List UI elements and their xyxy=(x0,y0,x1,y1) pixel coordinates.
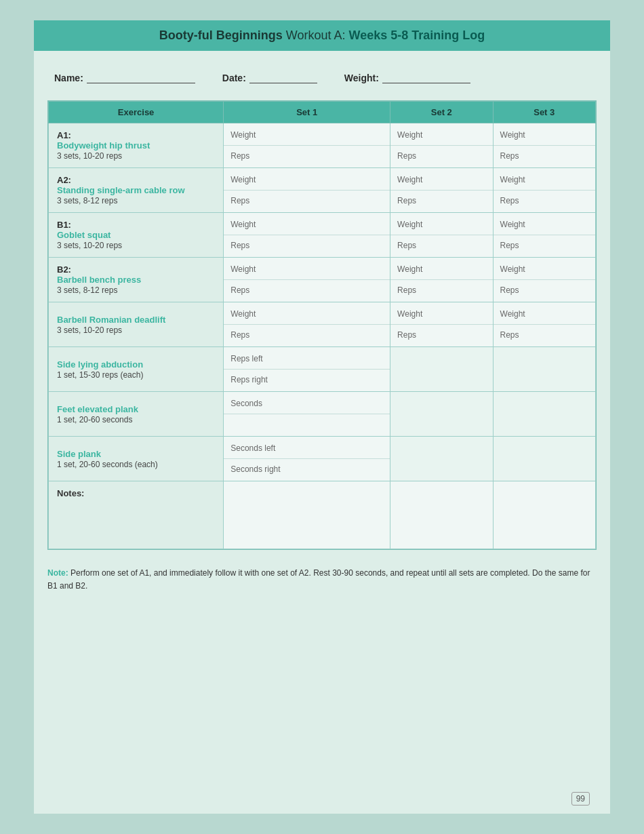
weight-input-line[interactable] xyxy=(382,71,470,83)
exercise-cell-fep: Feet elevated plank 1 set, 20-60 seconds xyxy=(49,392,224,437)
set2-cell-brd: Weight Reps xyxy=(390,302,493,347)
col-header-set3: Set 3 xyxy=(493,102,595,123)
name-input-line[interactable] xyxy=(87,71,195,83)
set2-weight-b1: Weight xyxy=(390,213,492,235)
exercise-detail-brd: 3 sets, 10-20 reps xyxy=(57,325,122,335)
set1-cell-b2: Weight Reps xyxy=(224,258,390,302)
notes-set1[interactable] xyxy=(224,481,390,549)
table-row: Feet elevated plank 1 set, 20-60 seconds… xyxy=(49,392,596,437)
set1-repsright-sla: Reps right xyxy=(224,370,390,391)
set1-cell-fep: Seconds xyxy=(224,392,390,437)
name-field-group: Name: xyxy=(54,71,195,83)
date-input-line[interactable] xyxy=(249,71,317,83)
exercise-cell-sla: Side lying abduction 1 set, 15-30 reps (… xyxy=(49,347,224,392)
exercise-name-sp: Side plank xyxy=(57,449,101,459)
footer-note-text: Perform one set of A1, and immediately f… xyxy=(47,568,590,591)
set1-weight-brd: Weight xyxy=(224,302,390,325)
page-container: Booty-ful Beginnings Workout A: Weeks 5-… xyxy=(34,20,610,814)
exercise-label-a2: A2: xyxy=(57,175,71,185)
workout-table: Exercise Set 1 Set 2 Set 3 A1: Bodyweigh… xyxy=(48,101,596,549)
table-row: B2: Barbell bench press 3 sets, 8-12 rep… xyxy=(49,258,596,302)
table-row: Side lying abduction 1 set, 15-30 reps (… xyxy=(49,347,596,392)
set1-cell-sp: Seconds left Seconds right xyxy=(224,437,390,481)
set1-cell-a2: Weight Reps xyxy=(224,168,390,213)
set1-empty-fep xyxy=(224,414,390,436)
exercise-detail-a2: 3 sets, 8-12 reps xyxy=(57,196,117,205)
set1-weight-b1: Weight xyxy=(224,213,390,235)
fields-row: Name: Date: Weight: xyxy=(34,64,610,94)
notes-label-cell: Notes: xyxy=(49,481,224,549)
notes-label: Notes: xyxy=(57,488,84,498)
set3-reps-a2: Reps xyxy=(494,191,595,212)
set1-weight-a2: Weight xyxy=(224,168,390,191)
table-row-notes: Notes: xyxy=(49,481,596,549)
date-field-group: Date: xyxy=(222,71,317,83)
set2-weight-brd: Weight xyxy=(390,302,492,325)
table-row: A2: Standing single-arm cable row 3 sets… xyxy=(49,168,596,213)
exercise-name-brd: Barbell Romanian deadlift xyxy=(57,315,165,325)
set2-cell-a2: Weight Reps xyxy=(390,168,493,213)
set3-cell-brd: Weight Reps xyxy=(493,302,595,347)
set1-cell-brd: Weight Reps xyxy=(224,302,390,347)
table-row: Barbell Romanian deadlift 3 sets, 10-20 … xyxy=(49,302,596,347)
set2-cell-sla-empty xyxy=(390,347,493,392)
weight-label: Weight: xyxy=(344,73,379,83)
table-row: Side plank 1 set, 20-60 seconds (each) S… xyxy=(49,437,596,481)
set1-reps-brd: Reps xyxy=(224,325,390,346)
set1-weight-b2: Weight xyxy=(224,258,390,280)
exercise-detail-a1: 3 sets, 10-20 reps xyxy=(57,151,122,161)
set3-cell-sp-empty xyxy=(493,437,595,481)
exercise-name-a1: Bodyweight hip thrust xyxy=(57,140,150,151)
exercise-cell-a2: A2: Standing single-arm cable row 3 sets… xyxy=(49,168,224,213)
weight-field-group: Weight: xyxy=(344,71,470,83)
set2-cell-b2: Weight Reps xyxy=(390,258,493,302)
set3-weight-a1: Weight xyxy=(494,123,595,146)
set3-weight-b1: Weight xyxy=(494,213,595,235)
set3-weight-brd: Weight xyxy=(494,302,595,325)
exercise-detail-b1: 3 sets, 10-20 reps xyxy=(57,241,122,250)
set2-cell-a1: Weight Reps xyxy=(390,123,493,168)
exercise-name-a2: Standing single-arm cable row xyxy=(57,185,185,195)
exercise-label-a1: A1: xyxy=(57,130,71,140)
table-row: A1: Bodyweight hip thrust 3 sets, 10-20 … xyxy=(49,123,596,168)
set3-weight-b2: Weight xyxy=(494,258,595,280)
table-header-row: Exercise Set 1 Set 2 Set 3 xyxy=(49,102,596,123)
set3-reps-b1: Reps xyxy=(494,235,595,257)
workout-table-container: Exercise Set 1 Set 2 Set 3 A1: Bodyweigh… xyxy=(47,100,597,550)
set3-reps-brd: Reps xyxy=(494,325,595,346)
set1-reps-a2: Reps xyxy=(224,191,390,212)
exercise-cell-a1: A1: Bodyweight hip thrust 3 sets, 10-20 … xyxy=(49,123,224,168)
set1-cell-a1: Weight Reps xyxy=(224,123,390,168)
set1-reps-b2: Reps xyxy=(224,280,390,302)
set2-cell-b1: Weight Reps xyxy=(390,213,493,258)
set3-weight-a2: Weight xyxy=(494,168,595,191)
set2-weight-a1: Weight xyxy=(390,123,492,146)
date-label: Date: xyxy=(222,73,246,83)
set1-repsleft-sla: Reps left xyxy=(224,347,390,370)
exercise-cell-b2: B2: Barbell bench press 3 sets, 8-12 rep… xyxy=(49,258,224,302)
set1-cell-sla: Reps left Reps right xyxy=(224,347,390,392)
set1-reps-a1: Reps xyxy=(224,146,390,167)
exercise-cell-brd: Barbell Romanian deadlift 3 sets, 10-20 … xyxy=(49,302,224,347)
set1-secsright-sp: Seconds right xyxy=(224,459,390,481)
exercise-name-b2: Barbell bench press xyxy=(57,275,141,285)
notes-set3[interactable] xyxy=(493,481,595,549)
page-number: 99 xyxy=(571,794,590,803)
col-header-set2: Set 2 xyxy=(390,102,493,123)
exercise-detail-sp: 1 set, 20-60 seconds (each) xyxy=(57,460,158,469)
set1-secsleft-sp: Seconds left xyxy=(224,437,390,459)
name-label: Name: xyxy=(54,73,83,83)
set3-cell-sla-empty xyxy=(493,347,595,392)
set3-cell-a1: Weight Reps xyxy=(493,123,595,168)
exercise-name-b1: Goblet squat xyxy=(57,230,110,240)
set2-cell-fep-empty xyxy=(390,392,493,437)
footer-note-bold: Note: xyxy=(47,568,68,578)
set3-cell-a2: Weight Reps xyxy=(493,168,595,213)
notes-set2[interactable] xyxy=(390,481,493,549)
set3-reps-a1: Reps xyxy=(494,146,595,167)
exercise-detail-b2: 3 sets, 8-12 reps xyxy=(57,285,117,295)
set3-reps-b2: Reps xyxy=(494,280,595,302)
set1-cell-b1: Weight Reps xyxy=(224,213,390,258)
page-number-value: 99 xyxy=(571,792,590,806)
page-header: Booty-ful Beginnings Workout A: Weeks 5-… xyxy=(34,20,610,51)
